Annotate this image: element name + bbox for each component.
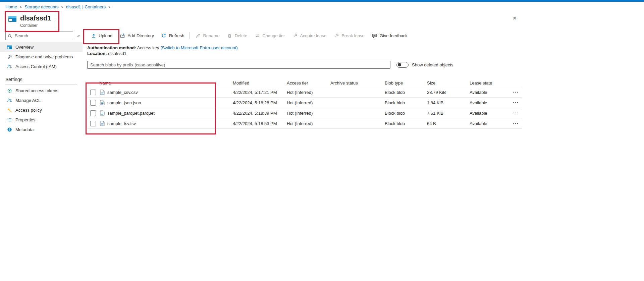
- swap-arrows-icon: [255, 33, 260, 38]
- rename-label: Rename: [203, 33, 219, 38]
- row-more-icon[interactable]: ···: [510, 90, 522, 95]
- container-icon: [8, 15, 17, 23]
- close-button[interactable]: ×: [510, 13, 519, 23]
- acquire-lease-button[interactable]: Acquire lease: [288, 30, 330, 42]
- switch-auth-link[interactable]: (Switch to Microsoft Entra user account): [160, 45, 237, 50]
- sidebar-item-shared-access-tokens[interactable]: Shared access tokens: [0, 86, 83, 96]
- table-row[interactable]: sample_parquet.parquet 4/22/2024, 5:18:3…: [87, 108, 522, 118]
- people-icon: [7, 98, 12, 103]
- blob-table: Name Modified Access tier Archive status…: [87, 79, 522, 129]
- breadcrumb-containers[interactable]: dlsasd1 | Containers: [66, 4, 106, 9]
- top-accent-bar: [0, 0, 644, 2]
- table-row[interactable]: sample_json.json 4/22/2024, 5:18:28 PM H…: [87, 98, 522, 108]
- sidebar-item-label: Access Control (IAM): [15, 64, 57, 69]
- sidebar-search-input[interactable]: [14, 33, 71, 39]
- cell-modified: 4/22/2024, 5:18:39 PM: [233, 111, 287, 116]
- sidebar-item-access-policy[interactable]: Access policy: [0, 105, 83, 115]
- sidebar-search[interactable]: [5, 32, 73, 40]
- cell-lease-state: Available: [470, 111, 510, 116]
- sidebar-item-label: Properties: [15, 117, 35, 122]
- cell-access-tier: Hot (Inferred): [287, 121, 330, 126]
- blob-name-link[interactable]: sample_tsv.tsv: [107, 121, 136, 126]
- sidebar: « Overview Diagnose and solve problems A…: [0, 30, 83, 281]
- break-lease-button[interactable]: Break lease: [330, 30, 368, 42]
- search-icon: [8, 34, 12, 38]
- column-header-size[interactable]: Size: [427, 80, 470, 86]
- info-icon: [7, 127, 12, 132]
- page-title: dlsafssd1: [20, 14, 51, 22]
- cell-access-tier: Hot (Inferred): [287, 111, 330, 116]
- break-lease-pen-icon: [334, 33, 339, 38]
- delete-button[interactable]: Delete: [223, 30, 251, 42]
- cell-size: 7.61 KiB: [427, 111, 470, 116]
- breadcrumb: Home > Storage accounts > dlsasd1 | Cont…: [5, 4, 110, 9]
- column-header-blob-type[interactable]: Blob type: [385, 80, 427, 86]
- breadcrumb-separator: >: [61, 5, 63, 9]
- change-tier-button[interactable]: Change tier: [251, 30, 288, 42]
- sidebar-item-manage-acl[interactable]: Manage ACL: [0, 96, 83, 105]
- file-icon: [100, 100, 105, 105]
- row-more-icon[interactable]: ···: [510, 121, 522, 126]
- sidebar-item-metadata[interactable]: Metadata: [0, 125, 83, 134]
- row-checkbox[interactable]: [90, 90, 96, 95]
- change-tier-label: Change tier: [262, 33, 285, 38]
- add-directory-button[interactable]: Add Directory: [116, 30, 158, 42]
- row-more-icon[interactable]: ···: [510, 110, 522, 116]
- sidebar-item-diagnose[interactable]: Diagnose and solve problems: [0, 52, 83, 62]
- upload-button[interactable]: Upload: [87, 30, 116, 42]
- delete-label: Delete: [235, 33, 248, 38]
- list-icon: [7, 117, 12, 123]
- people-icon: [7, 64, 12, 69]
- sidebar-item-access-control[interactable]: Access Control (IAM): [0, 62, 83, 71]
- sidebar-settings-header: Settings: [5, 77, 83, 82]
- blob-name-link[interactable]: sample_json.json: [107, 100, 141, 105]
- collapse-sidebar-icon[interactable]: «: [77, 33, 80, 39]
- location-label: Location:: [87, 51, 107, 56]
- auth-method-value: Access key: [137, 45, 159, 50]
- breadcrumb-separator: >: [20, 5, 22, 9]
- cell-size: 1.84 KiB: [427, 100, 470, 105]
- file-icon: [100, 90, 105, 95]
- blob-name-link[interactable]: sample_parquet.parquet: [107, 111, 155, 116]
- rename-button[interactable]: Rename: [192, 30, 223, 42]
- show-deleted-toggle[interactable]: [396, 62, 409, 68]
- column-header-modified[interactable]: Modified: [233, 80, 287, 86]
- row-checkbox[interactable]: [90, 110, 96, 116]
- breadcrumb-storage-accounts[interactable]: Storage accounts: [24, 4, 58, 9]
- sidebar-item-properties[interactable]: Properties: [0, 115, 83, 125]
- give-feedback-button[interactable]: Give feedback: [368, 30, 411, 42]
- toolbar-divider: [190, 32, 190, 39]
- row-checkbox[interactable]: [90, 121, 96, 126]
- sidebar-item-overview[interactable]: Overview: [0, 42, 83, 52]
- sidebar-item-label: Access policy: [15, 108, 42, 113]
- cell-lease-state: Available: [470, 121, 510, 126]
- feedback-bubble-icon: [372, 33, 377, 38]
- cell-access-tier: Hot (Inferred): [287, 90, 330, 95]
- cell-modified: 4/22/2024, 5:18:53 PM: [233, 121, 287, 126]
- breadcrumb-home[interactable]: Home: [5, 4, 17, 9]
- refresh-button[interactable]: Refresh: [158, 30, 188, 42]
- cell-lease-state: Available: [470, 90, 510, 95]
- blob-name-link[interactable]: sample_csv.csv: [107, 90, 138, 95]
- column-header-name[interactable]: Name: [87, 80, 233, 86]
- column-header-archive-status[interactable]: Archive status: [330, 80, 385, 86]
- overview-container-icon: [7, 45, 12, 50]
- sidebar-item-label: Diagnose and solve problems: [15, 54, 73, 59]
- trash-icon: [227, 33, 232, 38]
- table-row[interactable]: sample_tsv.tsv 4/22/2024, 5:18:53 PM Hot…: [87, 118, 522, 129]
- refresh-label: Refresh: [169, 33, 184, 38]
- cell-access-tier: Hot (Inferred): [287, 100, 330, 105]
- sidebar-item-label: Shared access tokens: [15, 88, 58, 93]
- blob-prefix-search-input[interactable]: [87, 61, 390, 69]
- give-feedback-label: Give feedback: [380, 33, 408, 38]
- more-options-icon[interactable]: ···: [54, 16, 59, 21]
- column-header-access-tier[interactable]: Access tier: [287, 80, 330, 86]
- page-header: dlsafssd1 ··· Container: [8, 14, 59, 28]
- wrench-icon: [7, 54, 12, 60]
- cell-lease-state: Available: [470, 100, 510, 105]
- row-more-icon[interactable]: ···: [510, 100, 522, 105]
- row-checkbox[interactable]: [90, 100, 96, 106]
- column-header-lease-state[interactable]: Lease state: [470, 80, 510, 86]
- table-row[interactable]: sample_csv.csv 4/22/2024, 5:17:21 PM Hot…: [87, 87, 522, 98]
- main-content: Upload Add Directory Refresh Rename: [83, 30, 644, 281]
